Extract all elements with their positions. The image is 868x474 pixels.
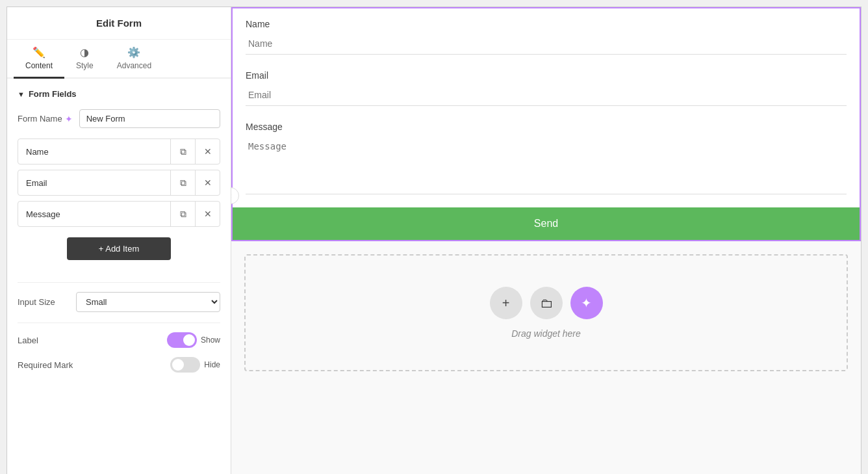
panel-title: Edit Form [7, 7, 231, 40]
form-name-row: Form Name ✦ [18, 109, 220, 128]
field-email-label: Email [18, 172, 170, 194]
label-toggle-label: Label [18, 336, 38, 345]
message-field-label: Message [246, 122, 847, 132]
field-message-label: Message [18, 203, 170, 226]
label-toggle[interactable] [167, 332, 197, 348]
right-panel-inner: ‹ Name Email Message Send [231, 7, 861, 384]
add-item-label: + Add Item [99, 244, 140, 254]
add-item-button[interactable]: + Add Item [67, 237, 171, 260]
section-arrow-icon: ▼ [18, 90, 25, 98]
field-message-remove-button[interactable]: ✕ [195, 202, 220, 226]
content-icon: ✏️ [32, 46, 45, 59]
form-name-label: Form Name ✦ [18, 114, 73, 124]
name-field-input[interactable] [246, 33, 847, 55]
drag-widget-text: Drag widget here [511, 328, 581, 339]
advanced-icon: ⚙️ [127, 46, 140, 59]
label-toggle-text: Show [201, 336, 220, 345]
tabs-row: ✏️ Content ◑ Style ⚙️ Advanced [7, 40, 231, 79]
name-field-group: Name [233, 8, 860, 60]
right-panel: ‹ Name Email Message Send [231, 7, 861, 474]
send-button[interactable]: Send [233, 207, 860, 240]
message-field-textarea[interactable] [246, 136, 847, 194]
message-field-group: Message [233, 111, 860, 202]
drag-widget-area: + 🗀 ✦ Drag widget here [244, 254, 848, 371]
divider-2 [18, 323, 220, 323]
field-list: Name ⧉ ✕ Email ⧉ ✕ Message ⧉ ✕ [18, 138, 220, 227]
required-mark-label: Required Mark [18, 360, 73, 370]
divider-1 [18, 282, 220, 283]
form-fields-label: Form Fields [29, 89, 77, 99]
tab-content[interactable]: ✏️ Content [14, 40, 64, 79]
left-panel: Edit Form ✏️ Content ◑ Style ⚙️ Advanced… [7, 7, 231, 474]
required-mark-toggle[interactable] [170, 357, 200, 373]
required-mark-toggle-wrap: Hide [170, 357, 220, 373]
label-toggle-row: Label Show [18, 332, 220, 348]
field-name-remove-button[interactable]: ✕ [195, 139, 220, 164]
required-mark-toggle-text: Hide [204, 360, 220, 369]
sparkle-widget-button[interactable]: ✦ [570, 287, 603, 319]
field-item-message: Message ⧉ ✕ [18, 201, 220, 227]
form-fields-section[interactable]: ▼ Form Fields [18, 89, 220, 99]
input-size-row: Input Size Small Medium Large [18, 292, 220, 312]
tab-advanced[interactable]: ⚙️ Advanced [105, 40, 163, 79]
field-name-duplicate-button[interactable]: ⧉ [170, 139, 195, 164]
drag-icons-row: + 🗀 ✦ [490, 287, 603, 319]
field-item-name: Name ⧉ ✕ [18, 138, 220, 165]
label-toggle-knob [183, 334, 195, 346]
field-message-duplicate-button[interactable]: ⧉ [170, 202, 195, 226]
folder-widget-button[interactable]: 🗀 [530, 287, 563, 319]
field-email-duplicate-button[interactable]: ⧉ [170, 170, 195, 195]
input-size-label: Input Size [18, 297, 70, 307]
panel-body: ▼ Form Fields Form Name ✦ Name ⧉ ✕ Email [7, 79, 231, 474]
input-size-select[interactable]: Small Medium Large [76, 292, 220, 312]
required-mark-toggle-row: Required Mark Hide [18, 357, 220, 373]
form-preview: Name Email Message Send [231, 7, 861, 241]
email-field-group: Email [233, 60, 860, 111]
style-icon: ◑ [80, 46, 89, 59]
field-item-email: Email ⧉ ✕ [18, 170, 220, 196]
send-button-label: Send [534, 218, 558, 229]
tab-content-label: Content [25, 61, 53, 70]
name-field-label: Name [246, 19, 847, 29]
add-widget-button[interactable]: + [490, 287, 522, 319]
email-field-label: Email [246, 70, 847, 81]
tab-advanced-label: Advanced [117, 61, 151, 70]
tab-style[interactable]: ◑ Style [64, 40, 105, 79]
field-name-label: Name [18, 140, 170, 163]
form-name-input[interactable] [79, 109, 220, 128]
label-toggle-wrap: Show [167, 332, 220, 348]
field-email-remove-button[interactable]: ✕ [195, 170, 220, 195]
email-field-input[interactable] [246, 85, 847, 106]
required-mark-toggle-knob [172, 359, 184, 371]
sparkle-icon: ✦ [65, 114, 73, 124]
tab-style-label: Style [76, 61, 94, 70]
